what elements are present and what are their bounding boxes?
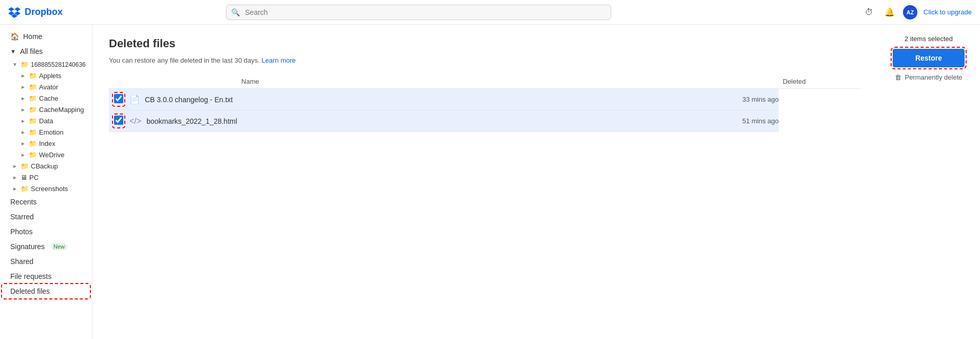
chevron-right-icon: ► xyxy=(21,84,27,90)
chevron-right-icon: ► xyxy=(21,96,27,101)
sidebar-item-all-files[interactable]: ▼ All files xyxy=(2,44,90,59)
folder-icon: 📁 xyxy=(21,185,29,193)
sidebar-item-starred[interactable]: Starred xyxy=(2,210,90,224)
sidebar-item-pc[interactable]: ► 🖥 PC xyxy=(10,172,90,183)
file-checkbox-highlight xyxy=(113,115,124,127)
file-type-icon-html: </> xyxy=(129,117,141,126)
page-title: Deleted files xyxy=(109,37,861,50)
tree-root-label: 1688855281240636 xyxy=(31,61,86,68)
sidebar-item-cbackup[interactable]: ► 📁 CBackup xyxy=(10,161,90,172)
logo-text: Dropbox xyxy=(25,7,63,17)
table-row: </> bookmarks_2022_1_28.html 51 mins ago xyxy=(109,110,861,132)
logo[interactable]: Dropbox xyxy=(8,7,101,18)
folder-icon: 📁 xyxy=(29,83,37,91)
sidebar-item-data[interactable]: ► 📁 Data xyxy=(18,116,90,126)
search-input[interactable] xyxy=(226,5,611,20)
sidebar-label-shared: Shared xyxy=(10,257,33,266)
folder-icon: 📁 xyxy=(21,162,29,170)
sidebar-item-cachemapping[interactable]: ► 📁 CacheMapping xyxy=(18,104,90,115)
file-checkbox-1[interactable] xyxy=(114,94,123,103)
chevron-down-icon: ▼ xyxy=(12,62,18,67)
right-panel: 2 items selected Restore 🗑 Permanently d… xyxy=(877,25,980,339)
sidebar-item-deleted-files[interactable]: Deleted files xyxy=(2,284,90,298)
sidebar-item-avator[interactable]: ► 📁 Avator xyxy=(18,82,90,92)
folder-icon: 📁 xyxy=(21,61,29,68)
chevron-right-icon: ► xyxy=(12,186,18,192)
sidebar-item-applets[interactable]: ► 📁 Applets xyxy=(18,70,90,81)
folder-icon: 📁 xyxy=(29,106,37,114)
folder-icon: 📁 xyxy=(29,117,37,125)
permanently-delete-button[interactable]: 🗑 Permanently delete xyxy=(895,73,962,81)
chevron-right-icon: ► xyxy=(12,175,18,180)
page-subtitle: You can restore any file deleted in the … xyxy=(109,56,861,64)
chevron-right-icon: ► xyxy=(21,107,27,112)
sidebar-tree-children: ► 📁 Applets ► 📁 Avator ► 📁 Cache ► 📁 xyxy=(8,70,92,160)
signatures-badge: New xyxy=(51,243,67,250)
table-header-name: Name xyxy=(237,74,779,89)
sidebar-item-photos[interactable]: Photos xyxy=(2,224,90,239)
table-header-deleted: Deleted xyxy=(779,74,861,89)
table-cell-checkbox: </> bookmarks_2022_1_28.html xyxy=(109,110,237,132)
sidebar-tree: ▼ 📁 1688855281240636 ► 📁 Applets ► 📁 Ava… xyxy=(0,59,92,194)
sidebar-item-file-requests[interactable]: File requests xyxy=(2,269,90,284)
activity-icon[interactable]: ⏱ xyxy=(862,5,876,20)
sidebar-item-signatures[interactable]: Signatures New xyxy=(2,239,90,254)
sidebar-label-all-files: All files xyxy=(20,47,43,55)
sidebar-tree-root[interactable]: ▼ 📁 1688855281240636 xyxy=(10,59,90,70)
items-selected-label: 2 items selected xyxy=(904,35,953,43)
avatar[interactable]: AZ xyxy=(903,5,917,20)
chevron-right-icon: ► xyxy=(21,141,27,146)
file-table: Name Deleted 📄 CB 3.0.0 changelog - En.t… xyxy=(109,74,861,132)
search-bar: 🔍 xyxy=(226,5,611,20)
chevron-down-icon: ▼ xyxy=(10,48,16,54)
file-type-icon-txt: 📄 xyxy=(129,95,140,104)
file-name-1[interactable]: CB 3.0.0 changelog - En.txt xyxy=(145,96,237,104)
sidebar-label-starred: Starred xyxy=(10,213,34,221)
chevron-right-icon: ► xyxy=(21,129,27,135)
sidebar-label-deleted-files: Deleted files xyxy=(10,287,50,295)
notification-icon[interactable]: 🔔 xyxy=(882,5,897,20)
sidebar: 🏠 Home ▼ All files ▼ 📁 1688855281240636 … xyxy=(0,25,92,339)
sidebar-item-shared[interactable]: Shared xyxy=(2,254,90,269)
chevron-right-icon: ► xyxy=(21,118,27,124)
sidebar-item-emotion[interactable]: ► 📁 Emotion xyxy=(18,127,90,138)
folder-icon: 📁 xyxy=(29,151,37,159)
folder-icon: 📁 xyxy=(29,72,37,80)
dropbox-icon xyxy=(8,7,21,18)
computer-icon: 🖥 xyxy=(21,174,27,181)
upgrade-button[interactable]: Click to upgrade xyxy=(924,8,972,16)
sidebar-label-file-requests: File requests xyxy=(10,272,51,280)
folder-icon: 📁 xyxy=(29,128,37,136)
table-row: 📄 CB 3.0.0 changelog - En.txt 33 mins ag… xyxy=(109,89,861,110)
sidebar-item-cache[interactable]: ► 📁 Cache xyxy=(18,93,90,104)
sidebar-label-home: Home xyxy=(23,32,42,41)
sidebar-item-screenshots[interactable]: ► 📁 Screenshots xyxy=(10,183,90,194)
folder-icon: 📁 xyxy=(29,95,37,102)
sidebar-item-index[interactable]: ► 📁 Index xyxy=(18,138,90,149)
sidebar-item-wedrive[interactable]: ► 📁 WeDrive xyxy=(18,149,90,160)
chevron-right-icon: ► xyxy=(21,152,27,158)
search-icon: 🔍 xyxy=(231,8,240,16)
navbar-right: ⏱ 🔔 AZ Click to upgrade xyxy=(862,5,972,20)
chevron-right-icon: ► xyxy=(21,73,27,79)
main-content: Deleted files You can restore any file d… xyxy=(92,25,877,339)
table-header-checkbox xyxy=(109,74,237,89)
file-checkbox-highlight xyxy=(113,93,124,106)
trash-icon: 🗑 xyxy=(895,73,901,81)
chevron-right-icon: ► xyxy=(12,163,18,169)
file-name-2[interactable]: bookmarks_2022_1_28.html xyxy=(146,117,237,125)
layout: 🏠 Home ▼ All files ▼ 📁 1688855281240636 … xyxy=(0,25,980,339)
file-checkbox-2[interactable] xyxy=(114,116,123,125)
table-cell-checkbox: 📄 CB 3.0.0 changelog - En.txt xyxy=(109,89,237,110)
navbar: Dropbox 🔍 ⏱ 🔔 AZ Click to upgrade xyxy=(0,0,980,25)
perm-delete-label: Permanently delete xyxy=(904,73,962,81)
sidebar-label-photos: Photos xyxy=(10,228,33,236)
sidebar-label-recents: Recents xyxy=(10,198,36,206)
home-icon: 🏠 xyxy=(10,32,19,41)
sidebar-item-home[interactable]: 🏠 Home xyxy=(2,29,90,44)
learn-more-link[interactable]: Learn more xyxy=(261,56,295,64)
sidebar-item-recents[interactable]: Recents xyxy=(2,195,90,209)
restore-button[interactable]: Restore xyxy=(893,49,965,67)
file-deleted-1: 33 mins ago xyxy=(237,89,779,110)
file-deleted-2: 51 mins ago xyxy=(237,110,779,132)
